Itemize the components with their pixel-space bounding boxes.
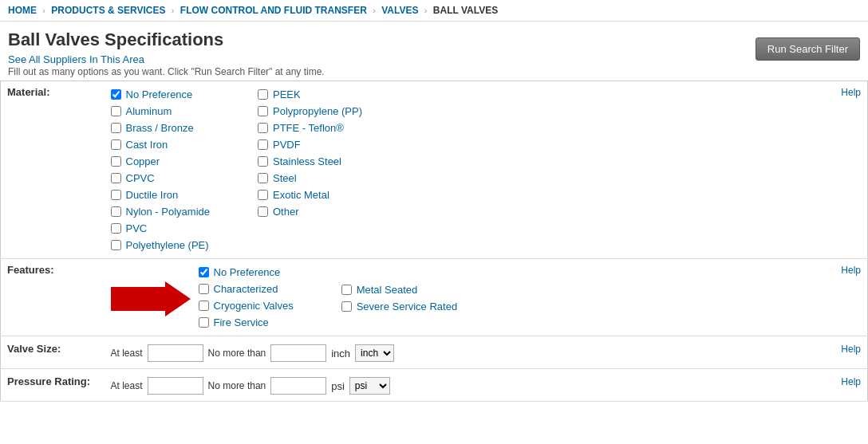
- run-search-button[interactable]: Run Search Filter: [756, 37, 860, 61]
- checkbox-mat-pp-input[interactable]: [258, 106, 268, 116]
- checkbox-mat-nylon-label[interactable]: Nylon - Polyamide: [126, 206, 211, 218]
- checkbox-feat-cryogenic-input[interactable]: [199, 301, 209, 311]
- checkbox-mat-nylon-input[interactable]: [111, 206, 121, 217]
- checkbox-mat-pvdf-input[interactable]: [258, 139, 268, 150]
- checkbox-mat-ptfe-label[interactable]: PTFE - Teflon®: [273, 122, 344, 134]
- pressure-no-more-input[interactable]: [270, 377, 326, 395]
- checkbox-mat-copper-label[interactable]: Copper: [126, 155, 160, 167]
- checkbox-mat-polyethylene: Polyethylene (PE): [111, 239, 211, 251]
- checkbox-mat-stainless-label[interactable]: Stainless Steel: [273, 155, 341, 167]
- checkbox-mat-aluminum-label[interactable]: Aluminum: [126, 105, 172, 117]
- checkbox-mat-pp-label[interactable]: Polypropylene (PP): [273, 105, 362, 117]
- breadcrumb-home[interactable]: HOME: [8, 5, 37, 16]
- valve-size-help-cell: Help: [828, 336, 868, 369]
- material-col-2: PEEK Polypropylene (PP) PTFE - Teflon® P…: [258, 86, 362, 253]
- checkbox-mat-steel-input[interactable]: [258, 173, 268, 183]
- checkbox-mat-ptfe-input[interactable]: [258, 123, 268, 133]
- checkbox-feat-characterized-label[interactable]: Characterized: [214, 283, 278, 295]
- valve-size-unit-select[interactable]: inch mm cm: [355, 344, 394, 362]
- checkbox-mat-brass-label[interactable]: Brass / Bronze: [126, 122, 194, 134]
- checkbox-feat-no-pref: No Preference: [199, 266, 294, 278]
- pressure-rating-row: Pressure Rating: At least No more than p…: [1, 369, 868, 402]
- breadcrumb-flow[interactable]: FLOW CONTROL AND FLUID TRANSFER: [180, 5, 367, 16]
- valve-size-row: Valve Size: At least No more than inch i…: [1, 336, 868, 369]
- pressure-help-cell: Help: [828, 369, 868, 402]
- checkbox-feat-no-pref-input[interactable]: [199, 267, 209, 277]
- checkbox-feat-no-pref-label[interactable]: No Preference: [214, 266, 281, 278]
- features-options: No Preference Characterized Cryogenic Va…: [105, 259, 828, 336]
- checkbox-mat-peek-input[interactable]: [258, 89, 268, 100]
- material-col-1: No Preference Aluminum Brass / Bronze Ca…: [111, 86, 211, 253]
- checkbox-mat-pvdf: PVDF: [258, 139, 362, 151]
- checkbox-feat-fire-label[interactable]: Fire Service: [214, 316, 269, 328]
- checkbox-mat-ductile-input[interactable]: [111, 190, 121, 200]
- checkbox-mat-no-pref-label[interactable]: No Preference: [126, 88, 193, 100]
- checkbox-feat-metal-seated: Metal Seated: [341, 284, 457, 296]
- material-options: No Preference Aluminum Brass / Bronze Ca…: [105, 81, 828, 259]
- checkbox-mat-peek-label[interactable]: PEEK: [273, 88, 301, 100]
- checkbox-mat-other-input[interactable]: [258, 206, 268, 217]
- checkbox-mat-other-label[interactable]: Other: [273, 206, 299, 218]
- breadcrumb: HOME › PRODUCTS & SERVICES › FLOW CONTRO…: [0, 0, 868, 22]
- checkbox-feat-metal-seated-label[interactable]: Metal Seated: [357, 284, 418, 296]
- checkbox-feat-severe-label[interactable]: Severe Service Rated: [357, 301, 457, 312]
- features-col-2: Metal Seated Severe Service Rated: [341, 281, 457, 331]
- features-label: Features:: [1, 259, 105, 336]
- checkbox-mat-pvdf-label[interactable]: PVDF: [273, 139, 301, 151]
- checkbox-mat-steel-label[interactable]: Steel: [273, 172, 297, 184]
- material-help-link[interactable]: Help: [841, 87, 861, 98]
- checkbox-mat-stainless-input[interactable]: [258, 156, 268, 167]
- checkbox-feat-characterized: Characterized: [199, 283, 294, 295]
- valve-size-no-more-input[interactable]: [270, 344, 326, 362]
- checkbox-feat-fire-input[interactable]: [199, 317, 209, 328]
- material-help-cell: Help: [828, 81, 868, 259]
- checkbox-mat-cast-iron-input[interactable]: [111, 139, 121, 150]
- checkbox-mat-polyethylene-input[interactable]: [111, 240, 121, 250]
- breadcrumb-sep-4: ›: [424, 6, 428, 15]
- checkbox-feat-metal-seated-input[interactable]: [341, 285, 352, 295]
- checkbox-mat-pvc-input[interactable]: [111, 223, 121, 234]
- checkbox-feat-severe: Severe Service Rated: [341, 301, 457, 312]
- breadcrumb-sep-3: ›: [373, 6, 376, 15]
- checkbox-mat-copper-input[interactable]: [111, 156, 121, 167]
- checkbox-feat-characterized-input[interactable]: [199, 284, 209, 294]
- checkbox-mat-cast-iron-label[interactable]: Cast Iron: [126, 139, 168, 151]
- checkbox-mat-peek: PEEK: [258, 88, 362, 100]
- checkbox-mat-no-pref-input[interactable]: [111, 89, 121, 100]
- features-checkbox-grid: No Preference Characterized Cryogenic Va…: [199, 264, 506, 331]
- checkbox-feat-severe-input[interactable]: [341, 301, 352, 312]
- pressure-help-link[interactable]: Help: [841, 376, 861, 387]
- checkbox-mat-polyethylene-label[interactable]: Polyethylene (PE): [126, 239, 209, 251]
- pressure-rating-fields: At least No more than psi psi bar kPa MP…: [111, 377, 822, 395]
- checkbox-feat-cryogenic-label[interactable]: Cryogenic Valves: [214, 300, 294, 312]
- checkbox-mat-cast-iron: Cast Iron: [111, 139, 211, 151]
- see-all-link[interactable]: See All Suppliers In This Area: [8, 53, 144, 65]
- breadcrumb-valves[interactable]: VALVES: [381, 5, 418, 16]
- material-label: Material:: [1, 81, 105, 259]
- pressure-unit-select[interactable]: psi bar kPa MPa: [349, 377, 390, 395]
- valve-size-help-link[interactable]: Help: [841, 344, 861, 355]
- checkbox-mat-ductile-label[interactable]: Ductile Iron: [126, 189, 179, 201]
- valve-size-at-least-input[interactable]: [148, 344, 203, 362]
- features-help-cell: Help: [828, 259, 868, 336]
- material-row: Material: No Preference Aluminum Brass /: [1, 81, 868, 259]
- checkbox-mat-cpvc-input[interactable]: [111, 173, 121, 183]
- breadcrumb-products[interactable]: PRODUCTS & SERVICES: [51, 5, 165, 16]
- checkbox-mat-brass: Brass / Bronze: [111, 122, 211, 134]
- checkbox-mat-exotic-label[interactable]: Exotic Metal: [273, 189, 329, 201]
- checkbox-mat-brass-input[interactable]: [111, 123, 121, 133]
- checkbox-mat-pvc-label[interactable]: PVC: [126, 222, 148, 234]
- checkbox-mat-exotic-input[interactable]: [258, 190, 268, 200]
- checkbox-mat-aluminum-input[interactable]: [111, 106, 121, 116]
- checkbox-mat-cpvc: CPVC: [111, 172, 211, 184]
- breadcrumb-sep-2: ›: [172, 6, 175, 15]
- pressure-rating-label: Pressure Rating:: [1, 369, 105, 402]
- header-left: Ball Valves Specifications See All Suppl…: [8, 29, 756, 77]
- page-title: Ball Valves Specifications: [8, 29, 756, 50]
- pressure-at-least-input[interactable]: [148, 377, 203, 395]
- red-arrow-container: [111, 281, 191, 316]
- checkbox-mat-cpvc-label[interactable]: CPVC: [126, 172, 155, 184]
- features-col-1: No Preference Characterized Cryogenic Va…: [199, 264, 294, 331]
- features-help-link[interactable]: Help: [841, 265, 861, 276]
- valve-size-at-least-label: At least: [111, 348, 143, 359]
